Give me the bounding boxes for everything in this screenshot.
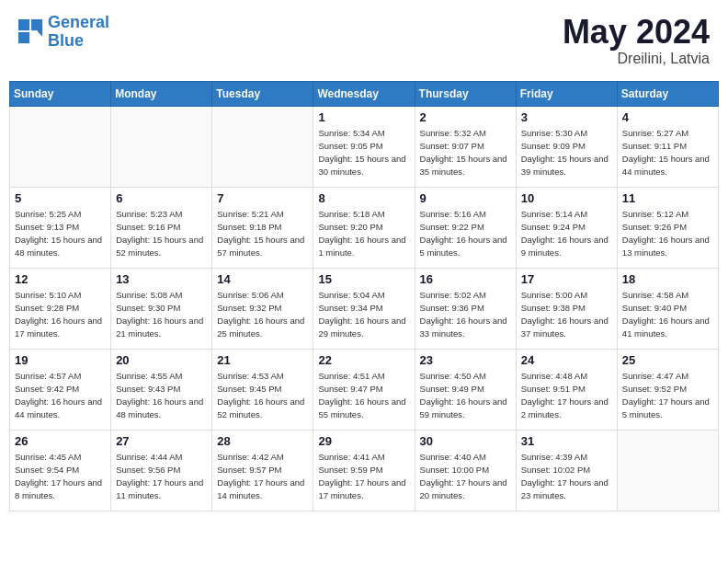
day-number: 22 (318, 353, 409, 367)
day-info: Sunrise: 4:45 AM Sunset: 9:54 PM Dayligh… (15, 451, 106, 503)
weekday-header-saturday: Saturday (617, 81, 718, 106)
day-info: Sunrise: 5:08 AM Sunset: 9:30 PM Dayligh… (116, 289, 207, 341)
calendar-cell: 20Sunrise: 4:55 AM Sunset: 9:43 PM Dayli… (111, 349, 212, 430)
calendar-cell (10, 106, 111, 187)
calendar-cell: 10Sunrise: 5:14 AM Sunset: 9:24 PM Dayli… (516, 187, 617, 268)
day-info: Sunrise: 4:51 AM Sunset: 9:47 PM Dayligh… (318, 370, 409, 422)
day-info: Sunrise: 5:23 AM Sunset: 9:16 PM Dayligh… (116, 208, 207, 260)
day-info: Sunrise: 4:47 AM Sunset: 9:52 PM Dayligh… (622, 370, 713, 422)
calendar-cell: 27Sunrise: 4:44 AM Sunset: 9:56 PM Dayli… (111, 430, 212, 511)
day-number: 13 (116, 272, 207, 286)
day-info: Sunrise: 4:58 AM Sunset: 9:40 PM Dayligh… (622, 289, 713, 341)
day-number: 24 (521, 353, 612, 367)
month-title: May 2024 (563, 14, 710, 51)
day-number: 21 (217, 353, 308, 367)
day-number: 16 (420, 272, 511, 286)
day-number: 23 (420, 353, 511, 367)
calendar-cell: 31Sunrise: 4:39 AM Sunset: 10:02 PM Dayl… (516, 430, 617, 511)
calendar-cell: 7Sunrise: 5:21 AM Sunset: 9:18 PM Daylig… (212, 187, 313, 268)
weekday-header-thursday: Thursday (415, 81, 516, 106)
weekday-header-sunday: Sunday (10, 81, 111, 106)
calendar-cell: 16Sunrise: 5:02 AM Sunset: 9:36 PM Dayli… (415, 268, 516, 349)
calendar-cell: 11Sunrise: 5:12 AM Sunset: 9:26 PM Dayli… (617, 187, 718, 268)
day-info: Sunrise: 4:40 AM Sunset: 10:00 PM Daylig… (420, 451, 511, 503)
day-info: Sunrise: 5:16 AM Sunset: 9:22 PM Dayligh… (420, 208, 511, 260)
day-number: 20 (116, 353, 207, 367)
day-info: Sunrise: 4:42 AM Sunset: 9:57 PM Dayligh… (217, 451, 308, 503)
calendar-cell: 24Sunrise: 4:48 AM Sunset: 9:51 PM Dayli… (516, 349, 617, 430)
day-number: 28 (217, 434, 308, 448)
calendar-cell: 26Sunrise: 4:45 AM Sunset: 9:54 PM Dayli… (10, 430, 111, 511)
day-number: 12 (15, 272, 106, 286)
calendar-cell (212, 106, 313, 187)
day-info: Sunrise: 5:18 AM Sunset: 9:20 PM Dayligh… (318, 208, 409, 260)
day-info: Sunrise: 5:00 AM Sunset: 9:38 PM Dayligh… (521, 289, 612, 341)
calendar-cell: 30Sunrise: 4:40 AM Sunset: 10:00 PM Dayl… (415, 430, 516, 511)
day-number: 1 (318, 110, 409, 124)
calendar-cell: 1Sunrise: 5:34 AM Sunset: 9:05 PM Daylig… (313, 106, 415, 187)
weekday-header-wednesday: Wednesday (313, 81, 415, 106)
day-info: Sunrise: 5:30 AM Sunset: 9:09 PM Dayligh… (521, 127, 612, 179)
calendar-cell: 14Sunrise: 5:06 AM Sunset: 9:32 PM Dayli… (212, 268, 313, 349)
week-row-4: 19Sunrise: 4:57 AM Sunset: 9:42 PM Dayli… (10, 349, 719, 430)
calendar-cell: 2Sunrise: 5:32 AM Sunset: 9:07 PM Daylig… (415, 106, 516, 187)
day-number: 8 (318, 191, 409, 205)
calendar-cell: 8Sunrise: 5:18 AM Sunset: 9:20 PM Daylig… (313, 187, 415, 268)
day-number: 14 (217, 272, 308, 286)
day-info: Sunrise: 4:48 AM Sunset: 9:51 PM Dayligh… (521, 370, 612, 422)
logo: General Blue (18, 14, 109, 51)
day-info: Sunrise: 5:10 AM Sunset: 9:28 PM Dayligh… (15, 289, 106, 341)
svg-rect-0 (18, 19, 29, 30)
calendar-cell: 9Sunrise: 5:16 AM Sunset: 9:22 PM Daylig… (415, 187, 516, 268)
calendar-cell: 19Sunrise: 4:57 AM Sunset: 9:42 PM Dayli… (10, 349, 111, 430)
calendar-cell: 5Sunrise: 5:25 AM Sunset: 9:13 PM Daylig… (10, 187, 111, 268)
week-row-1: 1Sunrise: 5:34 AM Sunset: 9:05 PM Daylig… (10, 106, 719, 187)
calendar-cell: 28Sunrise: 4:42 AM Sunset: 9:57 PM Dayli… (212, 430, 313, 511)
day-number: 29 (318, 434, 409, 448)
week-row-5: 26Sunrise: 4:45 AM Sunset: 9:54 PM Dayli… (10, 430, 719, 511)
calendar-cell: 22Sunrise: 4:51 AM Sunset: 9:47 PM Dayli… (313, 349, 415, 430)
calendar-cell: 29Sunrise: 4:41 AM Sunset: 9:59 PM Dayli… (313, 430, 415, 511)
day-info: Sunrise: 4:50 AM Sunset: 9:49 PM Dayligh… (420, 370, 511, 422)
logo-text: General Blue (48, 14, 109, 51)
day-number: 11 (622, 191, 713, 205)
page-header: General Blue May 2024 Dreilini, Latvia (9, 9, 719, 72)
day-info: Sunrise: 5:34 AM Sunset: 9:05 PM Dayligh… (318, 127, 409, 179)
day-info: Sunrise: 5:25 AM Sunset: 9:13 PM Dayligh… (15, 208, 106, 260)
day-info: Sunrise: 5:02 AM Sunset: 9:36 PM Dayligh… (420, 289, 511, 341)
calendar-cell: 25Sunrise: 4:47 AM Sunset: 9:52 PM Dayli… (617, 349, 718, 430)
calendar-table: SundayMondayTuesdayWednesdayThursdayFrid… (9, 81, 719, 511)
day-number: 19 (15, 353, 106, 367)
day-number: 25 (622, 353, 713, 367)
calendar-cell: 13Sunrise: 5:08 AM Sunset: 9:30 PM Dayli… (111, 268, 212, 349)
day-info: Sunrise: 5:14 AM Sunset: 9:24 PM Dayligh… (521, 208, 612, 260)
day-number: 4 (622, 110, 713, 124)
day-info: Sunrise: 4:57 AM Sunset: 9:42 PM Dayligh… (15, 370, 106, 422)
day-info: Sunrise: 5:04 AM Sunset: 9:34 PM Dayligh… (318, 289, 409, 341)
weekday-header-row: SundayMondayTuesdayWednesdayThursdayFrid… (10, 81, 719, 106)
day-number: 10 (521, 191, 612, 205)
calendar-cell (111, 106, 212, 187)
calendar-cell: 21Sunrise: 4:53 AM Sunset: 9:45 PM Dayli… (212, 349, 313, 430)
day-number: 7 (217, 191, 308, 205)
day-number: 30 (420, 434, 511, 448)
day-number: 17 (521, 272, 612, 286)
calendar-cell: 23Sunrise: 4:50 AM Sunset: 9:49 PM Dayli… (415, 349, 516, 430)
day-info: Sunrise: 4:44 AM Sunset: 9:56 PM Dayligh… (116, 451, 207, 503)
weekday-header-tuesday: Tuesday (212, 81, 313, 106)
week-row-2: 5Sunrise: 5:25 AM Sunset: 9:13 PM Daylig… (10, 187, 719, 268)
day-number: 9 (420, 191, 511, 205)
calendar-cell: 3Sunrise: 5:30 AM Sunset: 9:09 PM Daylig… (516, 106, 617, 187)
calendar-cell: 6Sunrise: 5:23 AM Sunset: 9:16 PM Daylig… (111, 187, 212, 268)
location: Dreilini, Latvia (563, 51, 710, 67)
day-info: Sunrise: 4:55 AM Sunset: 9:43 PM Dayligh… (116, 370, 207, 422)
day-number: 6 (116, 191, 207, 205)
weekday-header-friday: Friday (516, 81, 617, 106)
day-number: 18 (622, 272, 713, 286)
weekday-header-monday: Monday (111, 81, 212, 106)
day-number: 15 (318, 272, 409, 286)
day-info: Sunrise: 4:53 AM Sunset: 9:45 PM Dayligh… (217, 370, 308, 422)
day-info: Sunrise: 4:41 AM Sunset: 9:59 PM Dayligh… (318, 451, 409, 503)
day-number: 5 (15, 191, 106, 205)
day-number: 31 (521, 434, 612, 448)
